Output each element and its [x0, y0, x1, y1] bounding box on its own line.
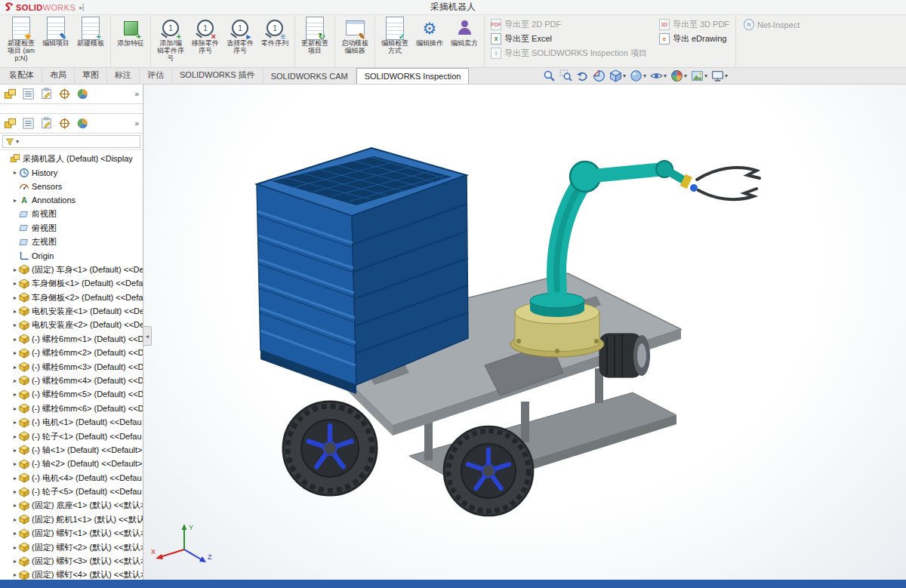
tree-item[interactable]: ▸电机安装座<1> (Default) <<De — [0, 304, 143, 318]
export-excel-button[interactable]: X导出至 Excel — [491, 33, 647, 45]
tree-item[interactable]: ▸电机安装座<2> (Default) <<De — [0, 319, 143, 332]
pane-splitter[interactable] — [0, 104, 143, 114]
expand-arrow-icon[interactable]: ▸ — [11, 377, 19, 384]
tree-item[interactable]: ▸(固定) 舵机1<1> (默认) <<默认 — [0, 513, 143, 526]
dropdown-arrow-icon[interactable]: ▾ — [643, 72, 646, 79]
filter-dropdown-icon[interactable]: ▾ — [16, 138, 19, 145]
configurationmanager-tab-icon[interactable] — [58, 117, 71, 130]
new-inspection-project-button[interactable]: ★新建检查项目 (amp;N) — [4, 17, 39, 62]
tree-item[interactable]: ▸(-) 螺栓6mm<2> (Default) <<D — [0, 346, 143, 359]
expand-arrow-icon[interactable]: ▸ — [11, 266, 19, 273]
expand-arrow-icon[interactable]: ▸ — [11, 447, 19, 454]
section-view-icon[interactable] — [592, 69, 606, 83]
expand-arrow-icon[interactable]: ▸ — [11, 294, 19, 301]
dropdown-arrow-icon[interactable]: ▾ — [623, 72, 626, 79]
tree-item[interactable]: Origin — [0, 249, 143, 263]
expand-arrow-icon[interactable]: ▸ — [11, 322, 19, 328]
expand-arrow-icon[interactable]: ▸ — [11, 349, 19, 356]
dropdown-arrow-icon[interactable]: ▾ — [725, 72, 728, 79]
displaymanager-tab-icon[interactable] — [76, 117, 89, 130]
featuremanager-tab-icon[interactable] — [4, 88, 17, 100]
tree-item[interactable]: ▸(固定) 螺钉<2> (默认) <<默认> — [0, 540, 143, 554]
edit-operation-button[interactable]: 编辑操作 — [412, 17, 447, 47]
tab-草图[interactable]: 草图 — [75, 66, 107, 84]
export-2d-pdf-button[interactable]: PDF导出至 2D PDF — [491, 19, 647, 30]
apply-scene-icon[interactable]: ▾ — [690, 69, 708, 83]
tab-solidworks-inspection[interactable]: SOLIDWORKS Inspection — [356, 68, 470, 84]
graphics-viewport[interactable]: ◂ Y X Z — [143, 85, 906, 580]
update-inspection-project-button[interactable]: ↻更新检查项目 — [297, 17, 332, 54]
tree-item[interactable]: ▸(-) 轴<1> (Default) <<Default> — [0, 443, 143, 457]
featuremanager-tree-icon[interactable] — [22, 88, 35, 100]
zoom-fit-icon[interactable] — [542, 69, 556, 83]
displaymanager-tab-icon[interactable] — [76, 88, 89, 100]
tree-item[interactable]: ▸(-) 电机<1> (Default) <<Defau — [0, 415, 143, 429]
tree-item[interactable]: ▸(-) 轴<2> (Default) <<Default> — [0, 457, 143, 471]
launch-template-editor-button[interactable]: ✎启动模板编辑器 — [337, 17, 372, 54]
display-style-icon[interactable]: ▾ — [629, 69, 647, 83]
tree-filter-input[interactable] — [20, 137, 137, 147]
view-orientation-icon[interactable]: ▾ — [609, 69, 627, 83]
tree-item[interactable]: ▸(固定) 螺钉<1> (默认) <<默认> — [0, 527, 143, 540]
edit-inspection-method-button[interactable]: ✓编辑检查方式 — [378, 17, 412, 54]
dropdown-arrow-icon[interactable]: ▾ — [704, 72, 707, 79]
propertymanager-tab-icon[interactable] — [40, 88, 53, 100]
dropdown-arrow-icon[interactable]: ▾ — [664, 72, 667, 79]
dropdown-arrow-icon[interactable]: ▾ — [684, 72, 687, 79]
tree-item[interactable]: ▸(固定) 螺钉<4> (默认) <<默认> — [0, 568, 143, 580]
edit-vendor-button[interactable]: 编辑卖方 — [447, 17, 482, 47]
configurationmanager-tab-icon[interactable] — [58, 88, 71, 100]
expand-arrow-icon[interactable]: ▸ — [11, 488, 19, 495]
panel-more-icon[interactable]: » — [134, 119, 139, 128]
expand-arrow-icon[interactable]: ▸ — [11, 419, 19, 426]
hide-show-items-icon[interactable]: ▾ — [649, 69, 667, 83]
robot-gripper[interactable] — [697, 168, 760, 199]
add-edit-balloon-button[interactable]: +添加/编辑零件序号 — [153, 17, 188, 62]
tree-item[interactable]: ▸(-) 轮子<1> (Default) <<Defau — [0, 429, 143, 443]
expand-arrow-icon[interactable]: ▸ — [11, 558, 19, 565]
tree-item[interactable]: ▸(-) 螺栓6mm<5> (Default) <<D — [0, 388, 143, 402]
tree-item[interactable]: ▸(固定) 底座<1> (默认) <<默认> — [0, 499, 143, 513]
export-sw-inspection-button[interactable]: I导出至 SOLIDWORKS Inspection 项目 — [491, 48, 647, 59]
tree-item[interactable]: ▸车身侧板<2> (Default) <<Defa — [0, 291, 143, 304]
tree-item[interactable]: ▸(-) 螺栓6mm<1> (Default) <<D — [0, 332, 143, 346]
expand-arrow-icon[interactable]: ▸ — [11, 280, 19, 287]
wheel-front-left[interactable] — [283, 402, 377, 495]
expand-arrow-icon[interactable]: ▸ — [11, 433, 19, 440]
balloon-sequence-button[interactable]: ≡零件序列 — [257, 17, 292, 47]
zoom-area-icon[interactable] — [559, 69, 573, 83]
tree-item[interactable]: 前视图 — [0, 208, 143, 221]
tab-评估[interactable]: 评估 — [140, 66, 172, 84]
export-edrawing-button[interactable]: e导出 eDrawing — [659, 33, 729, 45]
expand-arrow-icon[interactable]: ▸ — [11, 308, 19, 315]
expand-arrow-icon[interactable]: ▸ — [11, 405, 19, 412]
tab-solidworks-cam[interactable]: SOLIDWORKS CAM — [263, 69, 356, 84]
tab-装配体[interactable]: 装配体 — [2, 66, 42, 84]
add-feature-button[interactable]: +添加特征 — [113, 17, 148, 47]
tree-item[interactable]: ▸(固定) 螺钉<3> (默认) <<默认> — [0, 554, 143, 568]
expand-arrow-icon[interactable]: ▸ — [11, 544, 19, 551]
expand-arrow-icon[interactable]: ▸ — [11, 475, 19, 482]
tree-item[interactable]: 采摘机器人 (Default) <Display — [0, 152, 143, 165]
wheel-front-right[interactable] — [444, 426, 533, 516]
expand-arrow-icon[interactable]: ▸ — [11, 502, 19, 509]
edit-project-button[interactable]: ✎编辑项目 — [39, 17, 73, 47]
new-template-button[interactable]: +新建模板 — [73, 17, 108, 47]
previous-view-icon[interactable] — [575, 69, 590, 83]
tree-item[interactable]: ▸(-) 螺栓6mm<4> (Default) <<D — [0, 374, 143, 387]
tab-标注[interactable]: 标注 — [107, 66, 140, 84]
tree-item[interactable]: ▸(-) 电机<4> (Default) <<Defau — [0, 471, 143, 485]
tree-item[interactable]: Sensors — [0, 180, 143, 193]
expand-arrow-icon[interactable]: ▸ — [11, 530, 19, 537]
expand-arrow-icon[interactable]: ▸ — [11, 364, 19, 371]
expand-arrow-icon[interactable]: ▸ — [11, 391, 19, 398]
tree-item[interactable]: ▸(-) 轮子<5> (Default) <<Defau — [0, 485, 143, 498]
panel-more-icon[interactable]: » — [134, 90, 139, 98]
view-settings-icon[interactable]: ▾ — [710, 69, 729, 83]
menu-expand-icon[interactable]: ▸▏ — [79, 4, 88, 11]
featuremanager-tree-icon[interactable] — [22, 117, 35, 130]
tree-item[interactable]: ▸(固定) 车身<1> (Default) <<De — [0, 263, 143, 276]
tab-布局[interactable]: 布局 — [42, 66, 75, 84]
viewport-3d-scene[interactable] — [143, 85, 906, 580]
tree-item[interactable]: ▸(-) 螺栓6mm<3> (Default) <<D — [0, 360, 143, 374]
